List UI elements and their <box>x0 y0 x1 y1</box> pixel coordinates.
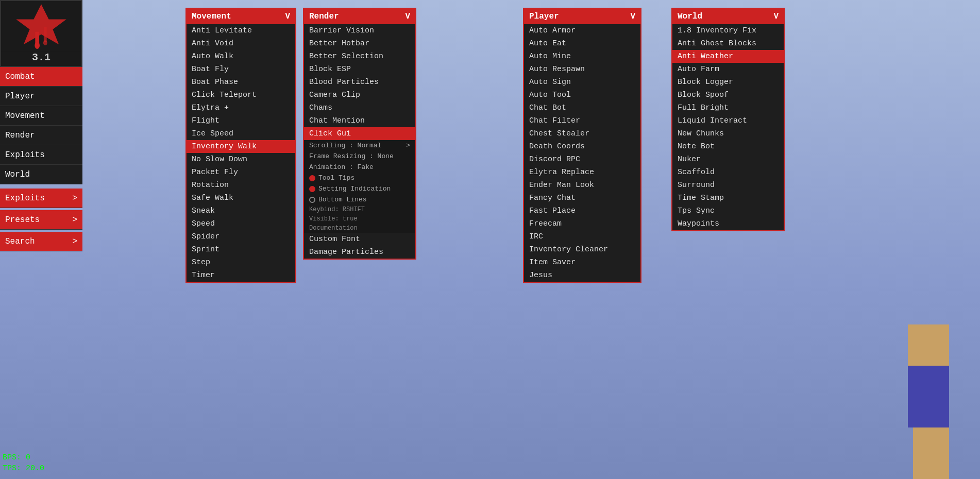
player-fast-place[interactable]: Fast Place <box>524 204 640 217</box>
render-tool-tips-option[interactable]: Tool Tips <box>304 173 415 183</box>
render-documentation[interactable]: Documentation <box>304 224 415 233</box>
sidebar-item-render[interactable]: Render <box>0 126 82 145</box>
player-chat-filter[interactable]: Chat Filter <box>524 114 640 127</box>
movement-sneak[interactable]: Sneak <box>187 204 295 217</box>
movement-anti-levitate[interactable]: Anti Levitate <box>187 24 295 37</box>
render-click-gui[interactable]: Click Gui <box>304 127 415 140</box>
player-jesus[interactable]: Jesus <box>524 269 640 282</box>
render-bottom-lines-label: Bottom Lines <box>318 196 367 203</box>
player-auto-respawn[interactable]: Auto Respawn <box>524 63 640 76</box>
player-inventory-cleaner[interactable]: Inventory Cleaner <box>524 243 640 256</box>
world-new-chunks[interactable]: New Chunks <box>672 127 784 140</box>
presets-button[interactable]: Presets > <box>0 210 82 230</box>
player-irc[interactable]: IRC <box>524 230 640 243</box>
render-tool-tips-label: Tool Tips <box>318 174 354 182</box>
world-full-bright[interactable]: Full Bright <box>672 101 784 114</box>
player-death-coords[interactable]: Death Coords <box>524 140 640 153</box>
movement-timer[interactable]: Timer <box>187 269 295 282</box>
render-better-selection[interactable]: Better Selection <box>304 50 415 63</box>
player-auto-eat[interactable]: Auto Eat <box>524 37 640 50</box>
movement-flight[interactable]: Flight <box>187 114 295 127</box>
render-visible: Visible: true <box>304 214 415 224</box>
render-panel-header[interactable]: Render V <box>304 9 415 24</box>
movement-safe-walk[interactable]: Safe Walk <box>187 192 295 204</box>
render-custom-font[interactable]: Custom Font <box>304 233 415 246</box>
world-18-inventory-fix[interactable]: 1.8 Inventory Fix <box>672 24 784 37</box>
movement-panel-title: Movement <box>192 12 231 21</box>
render-barrier-vision[interactable]: Barrier Vision <box>304 24 415 37</box>
player-chat-bot[interactable]: Chat Bot <box>524 101 640 114</box>
world-anti-ghost-blocks[interactable]: Anti Ghost Blocks <box>672 37 784 50</box>
world-nuker[interactable]: Nuker <box>672 153 784 166</box>
render-animation-option[interactable]: Animation : Fake <box>304 162 415 173</box>
movement-auto-walk[interactable]: Auto Walk <box>187 50 295 63</box>
movement-panel: Movement V Anti Levitate Anti Void Auto … <box>185 8 296 283</box>
player-freecam[interactable]: Freecam <box>524 217 640 230</box>
movement-elytra-plus[interactable]: Elytra + <box>187 101 295 114</box>
render-bottom-lines-option[interactable]: Bottom Lines <box>304 194 415 205</box>
movement-boat-fly[interactable]: Boat Fly <box>187 63 295 76</box>
render-frame-resizing-option[interactable]: Frame Resizing : None <box>304 151 415 162</box>
svg-rect-4 <box>44 27 47 42</box>
world-scaffold[interactable]: Scaffold <box>672 166 784 179</box>
world-note-bot[interactable]: Note Bot <box>672 140 784 153</box>
player-panel-header[interactable]: Player V <box>524 9 640 24</box>
sidebar-item-world[interactable]: World <box>0 165 82 184</box>
render-block-esp[interactable]: Block ESP <box>304 63 415 76</box>
movement-anti-void[interactable]: Anti Void <box>187 37 295 50</box>
render-damage-particles[interactable]: Damage Particles <box>304 246 415 259</box>
player-ender-man-look[interactable]: Ender Man Look <box>524 179 640 192</box>
player-discord-rpc[interactable]: Discord RPC <box>524 153 640 166</box>
movement-ice-speed[interactable]: Ice Speed <box>187 127 295 140</box>
movement-spider[interactable]: Spider <box>187 230 295 243</box>
world-auto-farm[interactable]: Auto Farm <box>672 63 784 76</box>
player-auto-tool[interactable]: Auto Tool <box>524 89 640 101</box>
exploits-button[interactable]: Exploits > <box>0 189 82 208</box>
player-model-head <box>908 324 949 366</box>
sidebar-label-player: Player <box>5 92 35 101</box>
movement-inventory-walk[interactable]: Inventory Walk <box>187 140 295 153</box>
render-chams[interactable]: Chams <box>304 101 415 114</box>
player-elytra-replace[interactable]: Elytra Replace <box>524 166 640 179</box>
player-auto-armor[interactable]: Auto Armor <box>524 24 640 37</box>
world-panel-header[interactable]: World V <box>672 9 784 24</box>
sidebar-item-movement[interactable]: Movement <box>0 106 82 126</box>
world-tps-sync[interactable]: Tps Sync <box>672 204 784 217</box>
sidebar-item-combat[interactable]: Combat <box>0 67 82 87</box>
movement-speed[interactable]: Speed <box>187 217 295 230</box>
player-auto-sign[interactable]: Auto Sign <box>524 76 640 89</box>
world-block-spoof[interactable]: Block Spoof <box>672 89 784 101</box>
movement-panel-header[interactable]: Movement V <box>187 9 295 24</box>
exploits-button-label: Exploits <box>5 194 45 203</box>
movement-rotation[interactable]: Rotation <box>187 179 295 192</box>
movement-click-teleport[interactable]: Click Teleport <box>187 89 295 101</box>
sidebar-item-exploits[interactable]: Exploits <box>0 145 82 165</box>
movement-step[interactable]: Step <box>187 256 295 269</box>
render-camera-clip[interactable]: Camera Clip <box>304 89 415 101</box>
render-scrolling-label: Scrolling : Normal <box>309 142 381 149</box>
movement-sprint[interactable]: Sprint <box>187 243 295 256</box>
movement-no-slow-down[interactable]: No Slow Down <box>187 153 295 166</box>
world-liquid-interact[interactable]: Liquid Interact <box>672 114 784 127</box>
sidebar-item-player[interactable]: Player <box>0 87 82 106</box>
world-block-logger[interactable]: Block Logger <box>672 76 784 89</box>
search-button[interactable]: Search > <box>0 232 82 251</box>
movement-packet-fly[interactable]: Packet Fly <box>187 166 295 179</box>
player-fancy-chat[interactable]: Fancy Chat <box>524 192 640 204</box>
world-surround[interactable]: Surround <box>672 179 784 192</box>
svg-point-3 <box>35 42 40 49</box>
render-chat-mention[interactable]: Chat Mention <box>304 114 415 127</box>
world-waypoints[interactable]: Waypoints <box>672 217 784 230</box>
world-anti-weather[interactable]: Anti Weather <box>672 50 784 63</box>
world-time-stamp[interactable]: Time Stamp <box>672 192 784 204</box>
player-item-saver[interactable]: Item Saver <box>524 256 640 269</box>
movement-boat-phase[interactable]: Boat Phase <box>187 76 295 89</box>
player-chest-stealer[interactable]: Chest Stealer <box>524 127 640 140</box>
render-blood-particles[interactable]: Blood Particles <box>304 76 415 89</box>
sidebar-label-world: World <box>5 170 30 179</box>
render-better-hotbar[interactable]: Better Hotbar <box>304 37 415 50</box>
render-scrolling-option[interactable]: Scrolling : Normal > <box>304 140 415 151</box>
search-arrow-icon: > <box>72 237 77 246</box>
render-setting-indication-option[interactable]: Setting Indication <box>304 183 415 194</box>
player-auto-mine[interactable]: Auto Mine <box>524 50 640 63</box>
